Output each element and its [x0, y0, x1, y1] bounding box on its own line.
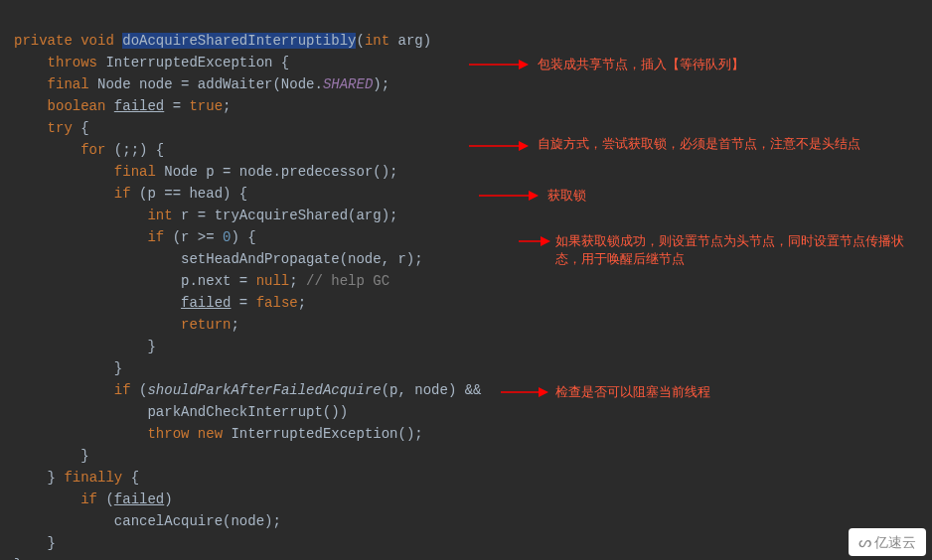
kw-throws: throws	[48, 55, 97, 70]
park-check: parkAndCheckInterrupt())	[147, 404, 348, 420]
kw-if: if	[80, 491, 97, 507]
watermark-text: 亿速云	[874, 531, 916, 553]
brace: {	[122, 470, 139, 486]
eq: =	[164, 98, 189, 114]
throw-exc: InterruptedException();	[223, 426, 423, 442]
kw-return: return	[181, 317, 231, 333]
kw-if: if	[114, 382, 131, 398]
semi: );	[373, 76, 389, 92]
comment-gc: // help GC	[306, 273, 389, 289]
kw-void: void	[80, 33, 114, 49]
annotation-set-head: 如果获取锁成功，则设置节点为头节点，同时设置节点传播状态，用于唤醒后继节点	[555, 232, 913, 268]
semi: ;	[231, 317, 238, 333]
annotation-park: 检查是否可以阻塞当前线程	[555, 383, 913, 401]
if-r: (r >=	[164, 229, 223, 245]
brace-close: }	[48, 535, 56, 551]
paren: (	[356, 33, 364, 49]
arg: arg)	[389, 33, 431, 49]
kw-final: final	[114, 164, 156, 180]
code-editor: private void doAcquireSharedInterruptibl…	[0, 0, 932, 560]
kw-for: for	[80, 142, 105, 158]
kw-int: int	[365, 33, 389, 49]
if-head: (p == head) {	[131, 186, 248, 202]
paren: )	[164, 491, 172, 507]
semi: ;	[298, 295, 306, 311]
kw-if: if	[114, 186, 131, 202]
semi: ;	[223, 98, 231, 114]
brace: {	[73, 120, 89, 136]
brace-close: }	[114, 360, 122, 376]
should-park-call: shouldParkAfterFailedAcquire	[147, 382, 381, 398]
kw-null: null	[256, 273, 290, 289]
kw-true: true	[189, 98, 223, 114]
paren: (	[97, 491, 114, 507]
pnext: p.next =	[181, 273, 256, 289]
exc-decl: InterruptedException {	[97, 55, 289, 70]
brace-close: }	[147, 339, 155, 354]
set-head-call: setHeadAndPropagate(node, r);	[181, 251, 423, 267]
pred-call: Node p = node.predecessor();	[156, 164, 398, 180]
watermark: ᔕ 亿速云	[849, 528, 926, 556]
kw-final: final	[48, 76, 89, 92]
for-head: (;;) {	[105, 142, 164, 158]
var-failed: failed	[181, 295, 231, 311]
brace: ) {	[231, 229, 255, 245]
kw-int: int	[147, 208, 172, 223]
try-acquire: r = tryAcquireShared(arg);	[173, 208, 398, 223]
annotation-acquire-lock: 获取锁	[547, 187, 905, 205]
kw-new: new	[198, 426, 223, 442]
kw-try: try	[48, 120, 73, 136]
brace-close: }	[48, 470, 65, 486]
kw-finally: finally	[64, 470, 122, 486]
kw-if: if	[147, 229, 164, 245]
cancel-call: cancelAcquire(node);	[114, 513, 281, 529]
annotation-spin: 自旋方式，尝试获取锁，必须是首节点，注意不是头结点	[538, 135, 895, 153]
node-decl: Node node = addWaiter(Node.	[89, 76, 323, 92]
var-failed: failed	[114, 491, 164, 507]
paren: (	[131, 382, 148, 398]
kw-private: private	[14, 33, 73, 49]
var-failed: failed	[114, 98, 164, 114]
watermark-logo-icon: ᔕ	[858, 531, 870, 553]
kw-throw: throw	[147, 426, 189, 442]
brace-close: }	[80, 448, 88, 464]
eq: =	[231, 295, 255, 311]
kw-false: false	[256, 295, 298, 311]
method-name[interactable]: doAcquireSharedInterruptibly	[122, 33, 356, 49]
semi: ;	[289, 273, 306, 289]
annotation-wrap-node: 包装成共享节点，插入【等待队列】	[538, 56, 895, 73]
static-shared: SHARED	[323, 76, 373, 92]
args: (p, node) &&	[382, 382, 482, 398]
kw-boolean: boolean	[48, 98, 106, 114]
